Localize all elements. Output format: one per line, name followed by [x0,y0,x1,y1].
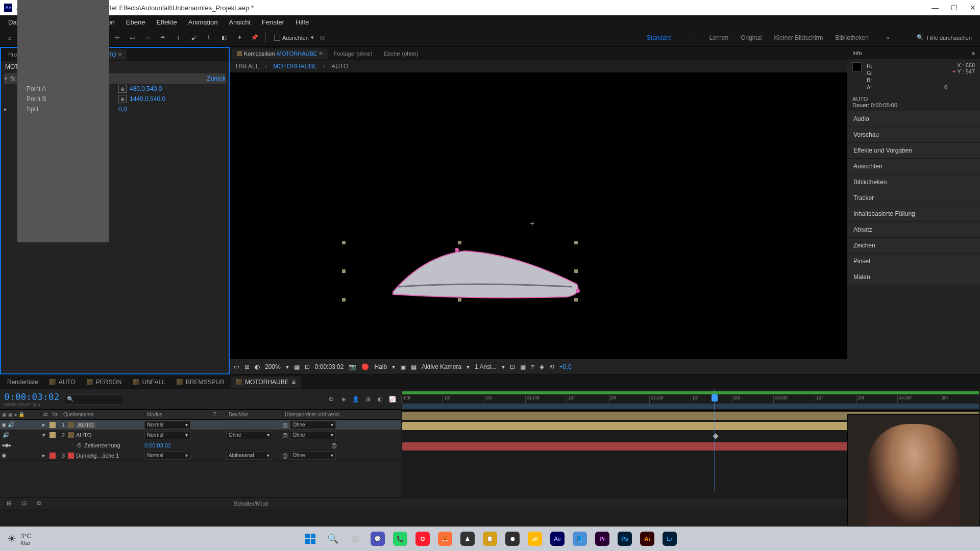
panel-zeichen[interactable]: Zeichen [847,238,980,254]
taskbar-explorer-icon[interactable]: 📁 [525,530,545,548]
crumb-motorhaube[interactable]: MOTORHAUBE [273,63,317,70]
visibility-icon[interactable]: ◉ [2,421,7,428]
views-dropdown[interactable]: 1 Ansi... [475,363,497,370]
exposure-value[interactable]: +0,0 [559,363,572,370]
mask-icon[interactable]: ◐ [255,363,260,370]
prop-value[interactable]: 480,0,540,0 [130,85,162,92]
taskbar-teams-icon[interactable]: 💬 [368,530,388,548]
taskbar-app-icon[interactable]: ♟ [457,530,478,548]
stopwatch-icon[interactable]: ⏱ [77,442,82,448]
resolution-icon[interactable]: ▦ [294,363,300,370]
comp-flowchart-icon[interactable]: ◈ [540,363,544,370]
windows-taskbar[interactable]: ☀ 3°C Klar 🔍 ⊞ 💬 📞 O 🦊 ♟ 📋 ⏺ 📁 Ae 📘 Pr P… [0,527,980,551]
close-button[interactable]: ✕ [970,4,976,12]
pickwhip-icon[interactable]: @ [331,442,337,448]
transform-handle[interactable] [342,298,346,302]
stopwatch-icon[interactable] [17,95,24,103]
audio-icon[interactable]: 🔊 [8,421,15,428]
anchor-tool-icon[interactable]: ⊹ [110,31,124,44]
tab-auto[interactable]: AUTO [44,377,81,388]
roto-tool-icon[interactable]: ✦ [233,31,246,44]
viewer-tab-footage[interactable]: Footage (ohne) [329,48,378,59]
comp-mini-flowchart-icon[interactable]: ⧉ [327,395,336,404]
snap-option-icon[interactable]: ⊡ [316,31,329,44]
transform-handle[interactable] [574,241,578,244]
stopwatch-icon[interactable] [17,106,24,113]
viewer-tab-ebene[interactable]: Ebene (ohne) [379,48,424,59]
menu-fenster[interactable]: Fenster [257,16,289,28]
motion-blur-icon[interactable]: ◐ [376,395,385,404]
taskbar-firefox-icon[interactable]: 🦊 [435,530,455,548]
camera-dropdown[interactable]: Aktive Kamera [422,363,461,370]
playhead[interactable] [715,389,715,491]
workspace-kleiner[interactable]: Kleiner Bildschirm [774,34,823,41]
menu-animation[interactable]: Animation [183,16,223,28]
stopwatch-icon[interactable] [17,85,24,92]
tab-renderliste[interactable]: Renderliste [2,377,43,388]
timeline-icon[interactable]: ≡ [531,363,534,370]
panel-absatz[interactable]: Absatz [847,222,980,238]
eraser-tool-icon[interactable]: ◧ [217,31,231,44]
taskbar-whatsapp-icon[interactable]: 📞 [390,530,410,548]
workspace-more-icon[interactable]: » [881,31,894,44]
help-search[interactable]: 🔍 Hilfe durchsuchen [917,34,972,41]
parent-dropdown[interactable]: Ohne▾ [290,452,336,460]
views-dropdown-icon[interactable]: ▾ [502,363,505,370]
transform-handle[interactable] [574,269,578,273]
effect-cc-split[interactable]: ▾ fx CC Split Zurück [4,73,226,84]
start-button[interactable] [300,530,321,548]
panel-pinsel[interactable]: Pinsel [847,254,980,269]
expand-icon[interactable]: ▾ [4,75,10,82]
panel-menu-icon[interactable]: ≡ [319,51,322,57]
taskbar-app-icon[interactable]: 📘 [570,530,590,548]
pixel-aspect-icon[interactable]: ⊡ [510,363,515,370]
pen-tool-icon[interactable]: ✒ [156,31,169,44]
menu-hilfe[interactable]: Hilfe [290,16,314,28]
tab-bremsspur[interactable]: BREMSSPUR [172,377,230,388]
workspace-menu-icon[interactable]: ≡ [684,31,697,44]
prop-value[interactable]: 0,0 [118,106,127,113]
zoom-value[interactable]: 200% [265,363,281,370]
taskbar-app-icon[interactable]: 📋 [480,530,500,548]
switches-modes-toggle[interactable]: Schalter/Modi [234,500,268,507]
resolution-dropdown[interactable]: Halb [374,363,387,370]
menu-effekte[interactable]: Effekte [151,16,182,28]
brush-tool-icon[interactable]: 🖌 [187,31,200,44]
snapshot-icon[interactable]: 📷 [349,363,356,370]
minimize-button[interactable]: — [932,4,939,12]
ellipse-tool-icon[interactable]: ○ [141,31,154,44]
toggle-modes-icon[interactable]: ⊡ [19,499,29,508]
visibility-icon[interactable]: ◉ [2,452,7,459]
resolution-dropdown-icon[interactable]: ▾ [392,363,395,370]
transform-handle[interactable] [574,298,578,302]
fast-draft-icon[interactable]: ▦ [520,363,526,370]
tab-motorhaube[interactable]: MOTORHAUBE≡ [231,377,301,388]
crumb-auto[interactable]: AUTO [331,63,348,70]
crumb-unfall[interactable]: UNFALL [236,63,259,70]
draft3d-icon[interactable]: ◈ [339,395,348,404]
workspace-standard[interactable]: Standard [647,34,672,41]
keyframe-icon[interactable] [713,433,718,439]
prop-value[interactable]: 1440,0,540,0 [130,95,165,103]
panel-vorschau[interactable]: Vorschau [847,127,980,143]
trackmatte-dropdown[interactable]: Alphakanal▾ [226,452,272,460]
reset-exposure-icon[interactable]: ⟲ [549,363,554,370]
blend-mode-dropdown[interactable]: Normal▾ [144,452,190,460]
trackmatte-dropdown[interactable]: Ohne▾ [226,431,272,439]
layer-shape[interactable] [373,236,597,317]
panel-menu-icon[interactable]: ≡ [292,379,296,386]
timeline-layer-3[interactable]: ◉ ▸ 3 Dunkelg…äche 1 Normal▾ Alphakanal▾… [0,450,401,461]
panel-effekte-vorgaben[interactable]: Effekte und Vorgaben [847,143,980,159]
panel-menu-icon[interactable]: ≡ [972,50,975,56]
timeline-search[interactable]: 🔍 [63,394,125,405]
taskbar-obs-icon[interactable]: ⏺ [502,530,523,548]
shy-icon[interactable]: 👤 [351,395,360,404]
timeline-layer-1[interactable]: ◉🔊 ▸ 1 AUTO Normal▾ @Ohne▾ [0,420,401,430]
workspace-original[interactable]: Original [741,34,762,41]
maximize-button[interactable]: ☐ [951,4,958,12]
audio-icon[interactable]: 🔊 [3,432,10,438]
menu-ebene[interactable]: Ebene [121,16,151,28]
expand-icon[interactable]: ▸ [4,106,10,113]
channel-icon[interactable]: 🔴 [361,363,369,370]
taskbar-aftereffects-icon[interactable]: Ae [547,530,568,548]
